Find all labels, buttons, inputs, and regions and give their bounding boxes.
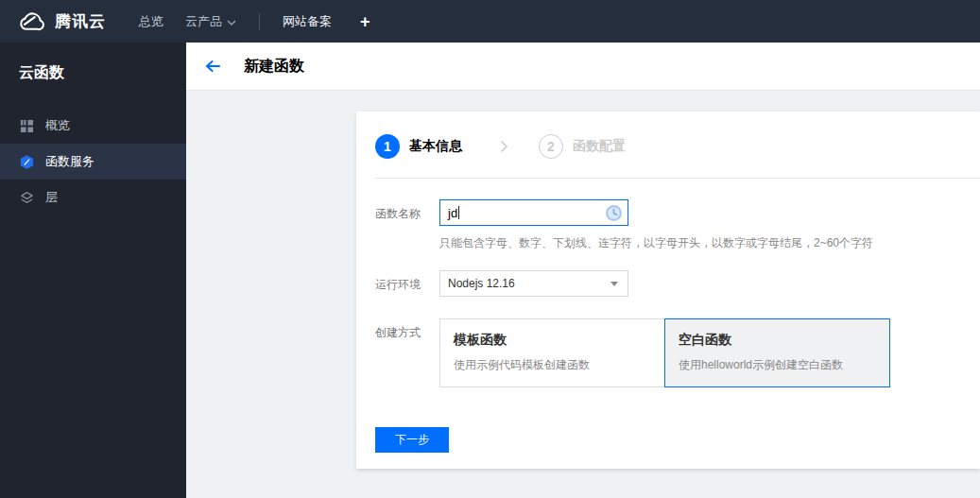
sidebar-item-label: 函数服务 [45,153,95,170]
brand-name: 腾讯云 [55,10,106,32]
function-name-row: 函数名称 jd 只能包含字母、数字、下划线、连字符，以字母开头，以数字或字母结尾… [375,199,961,251]
nav-divider [259,13,260,30]
next-step-button[interactable]: 下一步 [375,427,449,453]
creation-method-cards: 模板函数 使用示例代码模板创建函数 空白函数 使用helloworld示例创建空… [439,318,890,387]
sidebar-product-title: 云函数 [0,43,186,83]
function-name-field-group: jd 只能包含字母、数字、下划线、连字符，以字母开头，以数字或字母结尾，2~60… [439,199,873,251]
template-function-card[interactable]: 模板函数 使用示例代码模板创建函数 [439,318,665,387]
blank-function-card[interactable]: 空白函数 使用helloworld示例创建空白函数 [664,318,890,387]
cloud-logo-icon [16,10,47,33]
back-button[interactable] [204,60,221,73]
clock-history-icon[interactable] [605,204,623,226]
function-service-icon [19,154,35,170]
card-title: 空白函数 [679,332,876,349]
sidebar-item-overview[interactable]: 概览 [0,108,186,144]
step-2-circle: 2 [539,134,563,159]
sidebar-item-function-service[interactable]: 函数服务 [0,144,186,180]
tencent-cloud-logo[interactable]: 腾讯云 [0,10,106,33]
nav-overview[interactable]: 总览 [139,13,163,30]
function-name-help: 只能包含字母、数字、下划线、连字符，以字母开头，以数字或字母结尾，2~60个字符 [439,235,873,251]
overview-grid-icon [19,118,35,134]
sidebar-item-label: 层 [45,189,58,206]
arrow-left-icon [204,60,221,73]
runtime-label: 运行环境 [375,270,439,297]
create-function-panel: 1 基本信息 2 函数配置 函数名称 jd [356,112,980,469]
runtime-select[interactable]: Nodejs 12.16 [439,270,628,297]
page-title: 新建函数 [244,57,304,77]
nav-icp-filing[interactable]: 网站备案 [283,13,332,30]
step-separator-icon [500,140,508,153]
text-cursor [458,206,459,219]
sidebar-menu: 概览 函数服务 层 [0,108,186,215]
function-name-label: 函数名称 [375,199,439,251]
card-title: 模板函数 [454,332,651,349]
sidebar: 云函数 概览 函数服务 [0,43,186,498]
card-description: 使用helloworld示例创建空白函数 [679,357,876,373]
nav-cloud-products[interactable]: 云产品 [185,13,236,30]
function-name-input[interactable]: jd [439,199,628,226]
content-area: 1 基本信息 2 函数配置 函数名称 jd [186,91,980,498]
create-function-form: 函数名称 jd 只能包含字母、数字、下划线、连字符，以字母开头，以数字或字母结尾… [375,199,961,453]
step-2-label: 函数配置 [573,138,626,155]
page-header: 新建函数 [186,43,980,91]
sidebar-item-layers[interactable]: 层 [0,180,186,215]
panel-divider [375,178,980,179]
function-name-value: jd [448,206,457,220]
layers-icon [19,190,35,206]
step-1-label: 基本信息 [409,138,462,155]
add-tab-button[interactable]: + [360,13,370,30]
step-1-circle: 1 [375,134,400,159]
creation-method-row: 创建方式 模板函数 使用示例代码模板创建函数 空白函数 使用helloworld… [375,318,961,387]
topbar: 腾讯云 总览 云产品 网站备案 + [0,0,980,43]
creation-method-label: 创建方式 [375,318,439,387]
top-navigation: 总览 云产品 网站备案 + [139,13,370,30]
runtime-selected-value: Nodejs 12.16 [448,277,515,290]
card-description: 使用示例代码模板创建函数 [454,357,651,373]
step-indicator: 1 基本信息 2 函数配置 [375,134,961,159]
sidebar-item-label: 概览 [45,117,70,134]
chevron-down-icon [227,14,236,28]
runtime-row: 运行环境 Nodejs 12.16 [375,270,961,297]
select-caret-icon [610,282,618,286]
